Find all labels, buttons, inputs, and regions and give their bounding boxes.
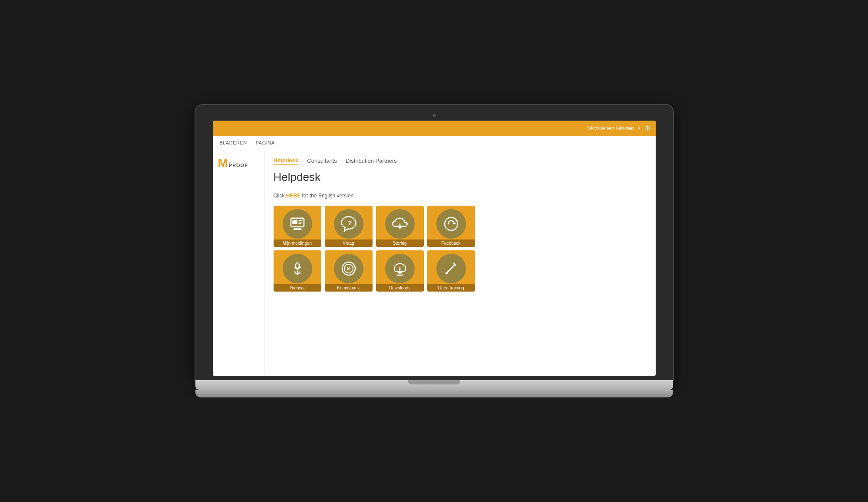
svg-rect-2 bbox=[293, 229, 302, 230]
logo-m-icon: M bbox=[218, 157, 228, 169]
tile-mijn-meldingen[interactable]: Mijn meldingen bbox=[274, 206, 321, 247]
content-panel: Helpdesk Consultants Distribution Partne… bbox=[265, 150, 656, 376]
nieuws-icon bbox=[283, 254, 312, 283]
laptop-screen: Michiel ten Houten ▾ ⚙ BLADEREN PAGINA M… bbox=[213, 121, 656, 376]
top-bar: Michiel ten Houten ▾ ⚙ bbox=[213, 121, 656, 136]
svg-rect-5 bbox=[298, 222, 302, 223]
english-version-notice: Click HERE for the English version. bbox=[274, 193, 647, 199]
downloads-label: Downloads bbox=[376, 284, 424, 292]
dropdown-arrow-icon: ▾ bbox=[638, 126, 640, 131]
storing-icon bbox=[385, 209, 415, 239]
downloads-icon bbox=[385, 254, 415, 283]
tile-kennisbank[interactable]: M Kennisbank bbox=[325, 250, 373, 292]
svg-rect-3 bbox=[292, 220, 297, 223]
tile-open-training[interactable]: Open training bbox=[427, 250, 475, 292]
tile-feedback[interactable]: Feedback bbox=[427, 206, 475, 247]
open-training-label: Open training bbox=[427, 284, 475, 292]
svg-point-9 bbox=[295, 262, 299, 268]
tile-storing[interactable]: Storing bbox=[376, 206, 424, 247]
logo-proof-text: _ PROOF bbox=[229, 157, 248, 169]
english-here-link[interactable]: HERE bbox=[286, 193, 300, 199]
laptop-base bbox=[195, 380, 673, 390]
tile-grid: Mijn meldingen ? Vraag bbox=[274, 206, 647, 292]
nav-pagina[interactable]: PAGINA bbox=[256, 140, 275, 145]
storing-label: Storing bbox=[376, 240, 424, 247]
svg-rect-6 bbox=[298, 223, 301, 224]
feedback-icon bbox=[436, 209, 466, 239]
svg-text:?: ? bbox=[348, 219, 352, 226]
tab-distribution-partners[interactable]: Distribution Partners bbox=[346, 157, 397, 165]
settings-gear-icon[interactable]: ⚙ bbox=[644, 124, 650, 132]
user-name: Michiel ten Houten bbox=[587, 125, 634, 131]
svg-point-8 bbox=[445, 217, 458, 230]
sidebar: M _ PROOF bbox=[213, 150, 265, 376]
kennisbank-label: Kennisbank bbox=[325, 284, 373, 292]
webcam bbox=[432, 114, 436, 117]
vraag-label: Vraag bbox=[325, 240, 373, 247]
nav-bladeren[interactable]: BLADEREN bbox=[220, 140, 247, 145]
logo: M _ PROOF bbox=[218, 157, 259, 169]
tile-nieuws[interactable]: Nieuws bbox=[274, 250, 321, 292]
vraag-icon: ? bbox=[334, 209, 363, 239]
screen-bezel: Michiel ten Houten ▾ ⚙ BLADEREN PAGINA M… bbox=[195, 105, 673, 380]
user-menu[interactable]: Michiel ten Houten ▾ bbox=[587, 125, 640, 131]
main-content: M _ PROOF Helpdesk Consultants Distribut… bbox=[213, 150, 656, 376]
svg-rect-1 bbox=[294, 228, 301, 230]
nieuws-label: Nieuws bbox=[274, 284, 321, 292]
tile-downloads[interactable]: Downloads bbox=[376, 250, 424, 292]
svg-rect-4 bbox=[298, 220, 302, 221]
tile-row-1: Mijn meldingen ? Vraag bbox=[274, 206, 647, 247]
svg-text:M: M bbox=[347, 266, 350, 271]
feedback-label: Feedback bbox=[427, 240, 475, 247]
tab-helpdesk[interactable]: Helpdesk bbox=[274, 157, 299, 165]
mijn-meldingen-label: Mijn meldingen bbox=[274, 240, 321, 247]
svg-line-19 bbox=[447, 265, 455, 272]
mijn-meldingen-icon bbox=[283, 209, 312, 239]
tile-row-2: Nieuws M Kennisbank bbox=[274, 250, 647, 292]
tile-vraag[interactable]: ? Vraag bbox=[325, 206, 373, 247]
secondary-nav: BLADEREN PAGINA bbox=[213, 136, 656, 150]
tab-consultants[interactable]: Consultants bbox=[307, 157, 337, 165]
page-title: Helpdesk bbox=[274, 171, 647, 184]
laptop-frame: Michiel ten Houten ▾ ⚙ BLADEREN PAGINA M… bbox=[195, 105, 673, 397]
open-training-icon bbox=[436, 254, 466, 283]
laptop-bottom bbox=[195, 390, 673, 397]
kennisbank-icon: M bbox=[334, 254, 363, 283]
tab-nav: Helpdesk Consultants Distribution Partne… bbox=[274, 157, 647, 165]
